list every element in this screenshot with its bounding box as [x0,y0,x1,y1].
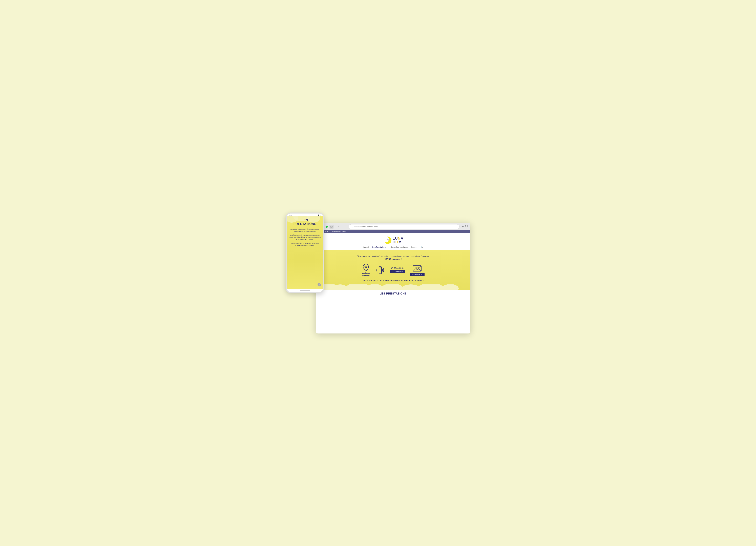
phone-signal: |||| 5G [289,215,292,216]
scene: ‹ › Search or enter website name + [286,213,470,333]
svg-rect-11 [379,267,382,274]
location-block: Maubeuge Avesnois [362,264,370,277]
svg-rect-0 [330,226,332,227]
svg-rect-5 [466,225,467,227]
new-tab-button[interactable]: + [462,225,464,228]
site-nav: Accueil Les Prestations Ils me font conf… [363,246,423,248]
address-bar[interactable]: Search or enter website name [349,224,459,229]
nav-accueil[interactable]: Accueil [363,246,369,248]
phone-bottom-bar [287,289,323,292]
prestations-title: LES PRESTATIONS [380,292,407,295]
phone-scroll-button[interactable]: ∧ [318,283,321,286]
tab-icon [329,225,334,228]
cta-text: ÊTES-VOUS PRÊT À DÉVELOPPER L'IMAGE DE V… [319,280,467,282]
email-icon-block: @ ✉ CONTACT [410,264,425,276]
svg-point-2 [351,226,352,227]
phone-para1: Luna Com' vous propose diverses prestati… [289,228,321,233]
phone-vibrate-icon [375,266,385,275]
phone-main-title: LES PRESTATIONS [289,219,321,226]
hero-contact-row: Maubeuge Avesnois [319,264,467,277]
forward-arrow[interactable]: › [338,225,339,228]
phone-status-bar: |||| 5G ⬛🔋 [287,214,323,216]
logo-com: COM [392,240,403,244]
nav-confiance[interactable]: Ils me font confiance [391,246,408,248]
browser-actions: + [462,225,468,228]
svg-text:@: @ [416,267,419,270]
cloud-3 [346,284,370,290]
logo-luna: LUNA [392,237,403,240]
browser-chrome: ‹ › Search or enter website name + [316,223,470,230]
search-icon-nav[interactable]: 🔍 [421,246,423,248]
phone-content: LES PRESTATIONS Luna Com' vous propose d… [287,216,323,289]
phone-number-block: 07 88 33 44 41 📞 APPELER [390,267,405,273]
maximize-dot[interactable] [326,226,328,228]
nav-arrows: ‹ › [337,225,339,228]
phone-para2: Les pôles présentés ci-dessous vous perm… [289,234,321,241]
phone-battery: ⬛🔋 [318,215,321,216]
phone-icon: 📞 [392,271,394,272]
phone-number: 07 88 33 44 41 [391,267,404,269]
logo-moon-icon [383,236,392,245]
location-pin-icon [363,264,369,271]
contact-button[interactable]: ✉ CONTACT [410,273,425,276]
hero-section: Bienvenue chez Luna Com', votre allié po… [316,250,470,290]
phone-icon-block [375,266,385,275]
city1: Maubeuge [362,272,370,274]
cloud-5 [381,284,403,290]
clouds-bottom [319,284,467,290]
site-topbar: 07 88 33 44 41 contact@luna-com.fr [316,230,470,233]
nav-contact[interactable]: Contact [411,246,417,248]
browser-titlebar: ‹ › Search or enter website name + [319,224,468,229]
nav-prestations[interactable]: Les Prestations [372,246,387,248]
phone-mockup: |||| 5G ⬛🔋 LES PRESTATIONS Luna Com' vou… [286,213,324,293]
svg-line-15 [413,269,416,271]
website-content: 07 88 33 44 41 contact@luna-com.fr [316,230,470,333]
cloud-4 [366,284,383,290]
svg-line-16 [419,269,421,271]
svg-line-3 [352,227,353,227]
phone-para3: Chaque prestation est adaptée à vos beso… [289,242,321,247]
svg-point-12 [380,273,381,273]
envelope-icon: @ [412,264,422,272]
browser-window: ‹ › Search or enter website name + [316,223,470,333]
search-icon [351,226,353,227]
address-bar-text: Search or enter website name [354,226,378,228]
prestations-section: LES PRESTATIONS [316,290,470,297]
cloud-8 [442,284,459,290]
envelope-btn-icon: ✉ [412,274,413,275]
logo-container: LUNA COM [383,236,403,245]
site-header: LUNA COM Accueil Les Prestations Ils me … [316,233,470,250]
copy-icon [465,225,468,227]
cloud-7 [418,284,444,290]
cloud-6 [402,284,420,290]
city2: Avesnois [362,275,370,277]
hero-tagline: Bienvenue chez Luna Com', votre allié po… [319,255,467,260]
appeler-button[interactable]: 📞 APPELER [390,270,405,273]
copy-button[interactable] [465,225,468,228]
back-arrow[interactable]: ‹ [337,225,337,228]
topbar-email: contact@luna-com.fr [332,231,346,233]
home-indicator [300,290,310,291]
